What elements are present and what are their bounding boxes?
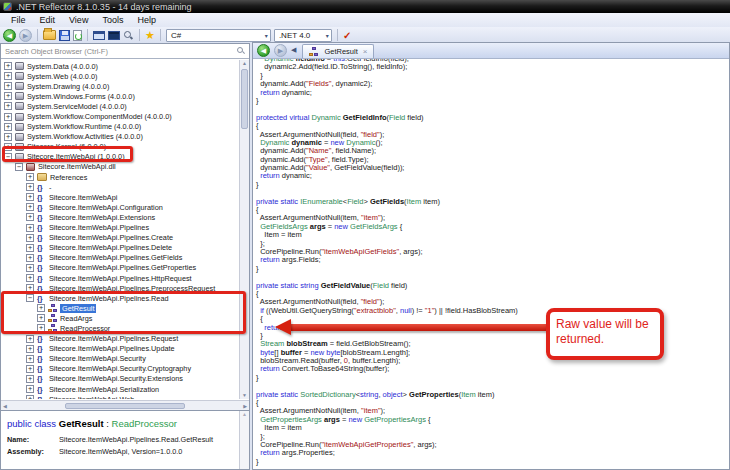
tree-item[interactable]: +System.Workflow.Runtime (4.0.0.0) [1,122,239,132]
tree-item[interactable]: +{}Sitecore.ItemWebApi.Pipelines.Preproc… [1,283,239,293]
code-forward-icon[interactable]: ▶ [274,44,287,57]
tree-item[interactable]: +{}Sitecore.ItemWebApi.Pipelines.Request [1,334,239,344]
expand-icon[interactable]: + [4,123,12,131]
tree-item[interactable]: +GetResult [1,303,239,313]
tree-item[interactable]: +ReadArgs [1,313,239,323]
collapse-icon[interactable]: − [26,294,34,302]
tree-item[interactable]: +System.Data (4.0.0.0) [1,61,239,71]
tree-item[interactable]: +{}Sitecore.ItemWebApi.Pipelines.GetFiel… [1,253,239,263]
tree-item[interactable]: +System.ServiceModel (4.0.0.0) [1,101,239,111]
search-icon[interactable] [236,46,246,56]
tree-item[interactable]: +{}Sitecore.ItemWebApi [1,192,239,202]
tree-vertical-scrollbar[interactable]: ▲▼ [239,60,249,399]
expand-icon[interactable]: + [26,284,34,292]
search-magnifier-icon[interactable] [123,30,134,41]
scrollbar-thumb[interactable] [241,69,248,129]
tree-item[interactable]: +{}Sitecore.ItemWebApi.Pipelines.HttpReq… [1,273,239,283]
tree-item[interactable]: +{}Sitecore.ItemWebApi.Extensions [1,212,239,222]
expand-icon[interactable]: + [26,395,34,399]
expand-icon[interactable]: + [26,345,34,353]
language-select[interactable]: C# ▾ [166,29,271,42]
expand-icon[interactable]: + [4,143,12,151]
favorites-star-icon[interactable]: ★ [145,30,155,41]
expand-icon[interactable]: + [4,92,12,100]
expand-icon[interactable]: + [26,203,34,211]
expand-icon[interactable]: + [37,324,45,332]
expand-icon[interactable]: + [4,113,12,121]
search-input[interactable]: Search Object Browser (Ctrl-F) [1,47,236,56]
expand-icon[interactable]: + [26,274,34,282]
tree-item[interactable]: −Sitecore.ItemWebApi (1.0.0.0) [1,152,239,162]
close-icon[interactable]: × [363,47,368,56]
scrollbar-thumb[interactable] [65,403,185,409]
details-scrollbar[interactable]: ▲ [239,411,249,469]
tree-item[interactable]: +ReadProcessor [1,323,239,333]
expand-icon[interactable]: + [4,62,12,70]
framework-select[interactable]: .NET 4.0 ▾ [274,29,332,42]
tree-horizontal-scrollbar[interactable]: ◀▶ [1,400,249,410]
back-icon[interactable]: ◀ [3,29,16,42]
tree-item[interactable]: +{}Sitecore.ItemWebApi.Pipelines.Delete [1,243,239,253]
tree-item[interactable]: +{}Sitecore.ItemWebApi.Security [1,354,239,364]
tab-scroll-left-icon[interactable]: ◀ [291,46,296,54]
tree-item[interactable]: +{}- [1,182,239,192]
menu-edit[interactable]: Edit [33,15,63,25]
tree-item[interactable]: +{}Sitecore.ItemWebApi.Security.Extensio… [1,374,239,384]
menu-file[interactable]: File [4,15,33,25]
tree-item[interactable]: +{}Sitecore.ItemWebApi.Pipelines.Create [1,233,239,243]
export-refresh-icon[interactable] [73,30,82,41]
expand-icon[interactable]: + [26,173,34,181]
expand-icon[interactable]: + [26,183,34,191]
tree-item[interactable]: +{}Sitecore.ItemWebApi.Pipelines [1,223,239,233]
expand-icon[interactable]: + [26,264,34,272]
tree-item[interactable]: +System.Web (4.0.0.0) [1,71,239,81]
expand-icon[interactable]: + [4,133,12,141]
window-browser-icon[interactable] [93,31,105,40]
expand-icon[interactable]: + [26,375,34,383]
tree-item[interactable]: +{}Sitecore.ItemWebApi.Pipelines.Update [1,344,239,354]
tree-item[interactable]: +System.Workflow.ComponentModel (4.0.0.0… [1,111,239,121]
expand-icon[interactable]: + [26,355,34,363]
expand-icon[interactable]: + [26,244,34,252]
tree-item[interactable]: +{}Sitecore.ItemWebApi.Configuration [1,202,239,212]
tree-item[interactable]: +{}Sitecore.ItemWebApi.Serialization [1,384,239,394]
tree-item[interactable]: +{}Sitecore.ItemWebApi.Web [1,394,239,399]
expand-icon[interactable]: + [26,234,34,242]
expand-icon[interactable]: + [26,365,34,373]
tree-item[interactable]: −Sitecore.ItemWebApi.dll [1,162,239,172]
collapse-icon[interactable]: − [15,163,23,171]
tab-getresult[interactable]: GetResult × [302,44,374,58]
expand-icon[interactable]: + [26,335,34,343]
tree-item[interactable]: +System.Windows.Forms (4.0.0.0) [1,91,239,101]
menu-view[interactable]: View [62,15,95,25]
save-icon[interactable] [59,30,70,41]
expand-icon[interactable]: + [37,314,45,322]
forward-icon[interactable]: ▶ [19,29,32,42]
expand-icon[interactable]: + [4,82,12,90]
collapse-icon[interactable]: − [4,153,12,161]
code-back-icon[interactable]: ◀ [257,44,270,57]
menu-tools[interactable]: Tools [95,15,130,25]
expand-icon[interactable]: + [4,102,12,110]
search-box[interactable]: Search Object Browser (Ctrl-F) [1,44,249,59]
expand-icon[interactable]: + [26,224,34,232]
tree-item[interactable]: +{}Sitecore.ItemWebApi.Pipelines.GetProp… [1,263,239,273]
tree-item[interactable]: −{}Sitecore.ItemWebApi.Pipelines.Read [1,293,239,303]
code-view[interactable]: Dynamic fieldInfo = this.GetFieldInfo(fi… [253,59,729,469]
object-tree[interactable]: +System.Data (4.0.0.0)+System.Web (4.0.0… [1,60,239,399]
expand-icon[interactable]: + [26,213,34,221]
expand-icon[interactable]: + [26,193,34,201]
open-folder-icon[interactable] [43,30,56,40]
expand-icon[interactable]: + [4,72,12,80]
tree-item[interactable]: +References [1,172,239,182]
expand-icon[interactable]: + [26,385,34,393]
window-code-icon[interactable] [108,31,120,40]
tree-item[interactable]: +System.Workflow.Activities (4.0.0.0) [1,132,239,142]
addins-check-icon[interactable]: ✓ [343,30,351,41]
expand-icon[interactable]: + [37,304,45,312]
expand-icon[interactable]: + [26,254,34,262]
menu-help[interactable]: Help [130,15,163,25]
tree-item[interactable]: +Sitecore.Kernel (6.0.0.0) [1,142,239,152]
tree-item[interactable]: +{}Sitecore.ItemWebApi.Security.Cryptogr… [1,364,239,374]
tree-item[interactable]: +System.Drawing (4.0.0.0) [1,81,239,91]
